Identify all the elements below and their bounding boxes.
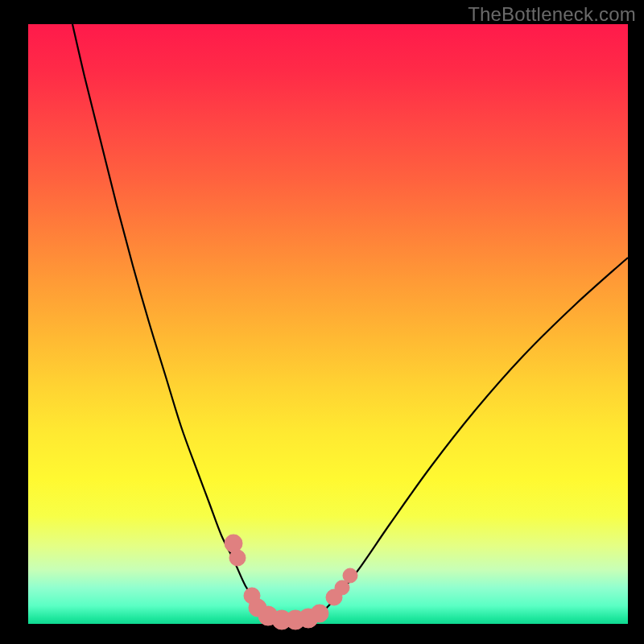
data-beads — [225, 535, 357, 630]
data-bead — [311, 605, 328, 622]
plot-area — [28, 24, 628, 624]
data-bead — [225, 535, 242, 552]
data-bead — [343, 568, 357, 583]
outer-frame: TheBottleneck.com — [0, 0, 644, 644]
chart-svg — [28, 24, 628, 624]
data-bead — [229, 550, 246, 566]
watermark-text: TheBottleneck.com — [468, 3, 636, 26]
bottleneck-curve — [72, 24, 628, 620]
